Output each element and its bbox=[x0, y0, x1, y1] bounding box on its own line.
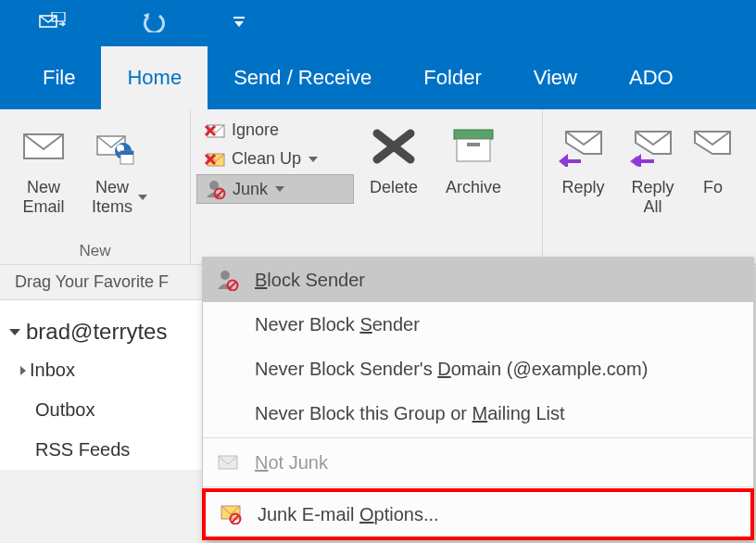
reply-all-label: ReplyAll bbox=[631, 178, 674, 216]
new-items-icon bbox=[95, 127, 144, 166]
menu-never-block-sender[interactable]: Never Block Sender bbox=[203, 302, 753, 347]
menu-junk-options[interactable]: Junk E-mail Options... bbox=[206, 492, 750, 537]
ribbon-group-new-label: New bbox=[6, 238, 184, 262]
menu-junk-options-label: Junk E-mail Options... bbox=[258, 504, 439, 525]
menu-never-block-sender-label: Never Block Sender bbox=[255, 314, 420, 335]
svg-point-29 bbox=[220, 271, 230, 280]
envelope-icon bbox=[22, 131, 65, 162]
forward-label: Fo bbox=[703, 178, 723, 197]
svg-rect-11 bbox=[120, 151, 133, 155]
reply-all-button[interactable]: ReplyAll bbox=[618, 117, 687, 220]
menu-never-block-domain-label: Never Block Sender's Domain (@example.co… bbox=[255, 359, 648, 380]
chevron-down-icon bbox=[275, 186, 284, 192]
svg-rect-24 bbox=[457, 139, 490, 161]
outlook-quickaccess-icon[interactable] bbox=[39, 12, 67, 35]
menu-never-block-domain[interactable]: Never Block Sender's Domain (@example.co… bbox=[203, 347, 753, 391]
tab-send-receive[interactable]: Send / Receive bbox=[208, 46, 397, 109]
new-items-label: NewItems bbox=[92, 178, 132, 216]
tab-file[interactable]: File bbox=[17, 46, 101, 109]
chevron-down-icon bbox=[138, 195, 147, 200]
delete-icon bbox=[372, 126, 416, 167]
quick-access-customize-icon[interactable] bbox=[232, 16, 246, 32]
account-header[interactable]: brad@terrytes bbox=[0, 300, 202, 350]
junk-dropdown-menu: Block Sender Never Block Sender Never Bl… bbox=[202, 257, 754, 540]
tab-folder[interactable]: Folder bbox=[397, 46, 507, 109]
ignore-label: Ignore bbox=[232, 120, 279, 140]
delete-button[interactable]: Delete bbox=[358, 117, 430, 201]
ribbon-group-new: NewEmail NewItems bbox=[0, 109, 191, 264]
archive-icon bbox=[450, 126, 497, 167]
ribbon-tabs: File Home Send / Receive Folder View ADO bbox=[0, 46, 756, 109]
clean-up-button[interactable]: Clean Up bbox=[196, 145, 354, 172]
tab-home[interactable]: Home bbox=[101, 46, 208, 109]
junk-button[interactable]: Junk bbox=[196, 174, 354, 204]
svg-marker-5 bbox=[234, 21, 244, 27]
clean-up-label: Clean Up bbox=[232, 149, 301, 169]
menu-block-sender[interactable]: Block Sender bbox=[203, 258, 753, 302]
svg-rect-1 bbox=[52, 12, 65, 21]
folder-outbox[interactable]: Outbox bbox=[0, 390, 202, 430]
menu-block-sender-label: Block Sender bbox=[255, 270, 365, 291]
chevron-down-icon bbox=[309, 157, 318, 162]
junk-options-icon bbox=[217, 504, 245, 524]
folder-outbox-label: Outbox bbox=[35, 399, 94, 421]
ribbon-group-delete: Ignore Clean Up bbox=[191, 109, 543, 264]
ignore-button[interactable]: Ignore bbox=[196, 117, 354, 144]
archive-label: Archive bbox=[446, 178, 501, 197]
tab-adobe[interactable]: ADO bbox=[603, 46, 699, 109]
favorites-drop-hint[interactable]: Drag Your Favorite F bbox=[0, 265, 202, 300]
menu-highlight: Junk E-mail Options... bbox=[202, 488, 754, 540]
reply-icon bbox=[559, 126, 609, 167]
forward-icon bbox=[693, 126, 734, 167]
reply-all-icon bbox=[628, 126, 678, 167]
reply-label: Reply bbox=[561, 178, 604, 197]
menu-not-junk-label: Not Junk bbox=[255, 452, 328, 474]
new-email-button[interactable]: NewEmail bbox=[6, 117, 82, 220]
undo-icon[interactable] bbox=[141, 12, 167, 35]
archive-button[interactable]: Archive bbox=[434, 117, 513, 201]
ribbon-group-respond: Reply ReplyAll bbox=[543, 109, 756, 264]
svg-line-31 bbox=[229, 282, 236, 289]
svg-rect-23 bbox=[454, 130, 493, 139]
folder-inbox[interactable]: Inbox bbox=[0, 350, 202, 390]
svg-rect-25 bbox=[467, 143, 480, 146]
folder-rss-label: RSS Feeds bbox=[35, 439, 130, 461]
junk-icon bbox=[205, 179, 227, 199]
ribbon: NewEmail NewItems bbox=[0, 109, 756, 265]
block-sender-icon bbox=[214, 269, 242, 291]
chevron-right-icon bbox=[20, 366, 26, 375]
folder-inbox-label: Inbox bbox=[30, 360, 75, 381]
reply-button[interactable]: Reply bbox=[548, 117, 618, 201]
new-items-button[interactable]: NewItems bbox=[82, 117, 158, 220]
tab-view[interactable]: View bbox=[508, 46, 603, 109]
not-junk-icon bbox=[214, 453, 242, 472]
chevron-down-icon bbox=[9, 329, 20, 335]
menu-not-junk: Not Junk bbox=[203, 440, 753, 485]
menu-separator bbox=[203, 437, 753, 438]
menu-separator bbox=[203, 486, 753, 487]
new-email-label: NewEmail bbox=[22, 178, 64, 216]
nav-pane: Drag Your Favorite F brad@terrytes Inbox… bbox=[0, 265, 202, 470]
ignore-icon bbox=[204, 121, 226, 140]
account-label: brad@terrytes bbox=[26, 319, 167, 345]
delete-label: Delete bbox=[370, 178, 418, 197]
forward-button[interactable]: Fo bbox=[687, 117, 738, 201]
menu-never-block-group-label: Never Block this Group or Mailing List bbox=[255, 403, 565, 424]
title-bar bbox=[0, 0, 756, 46]
menu-never-block-group[interactable]: Never Block this Group or Mailing List bbox=[203, 391, 753, 436]
folder-rss[interactable]: RSS Feeds bbox=[0, 430, 202, 470]
junk-label: Junk bbox=[233, 180, 268, 199]
clean-up-icon bbox=[204, 150, 226, 169]
